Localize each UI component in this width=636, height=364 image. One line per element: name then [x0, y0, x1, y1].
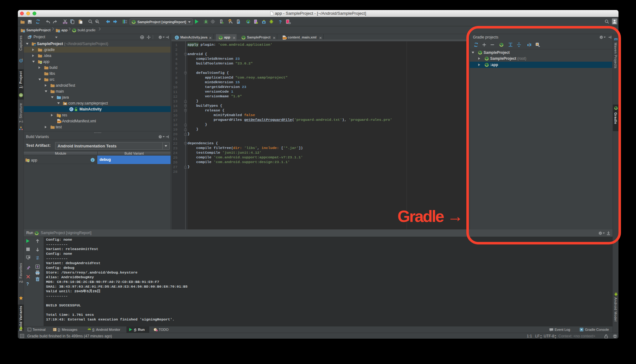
svg-text:C: C: [176, 36, 178, 39]
svg-text:01: 01: [125, 22, 127, 24]
svg-text:<>: <>: [283, 37, 286, 39]
svg-text:>_: >_: [28, 329, 31, 331]
svg-text:<>: <>: [58, 121, 60, 123]
svg-text:C: C: [70, 107, 73, 111]
